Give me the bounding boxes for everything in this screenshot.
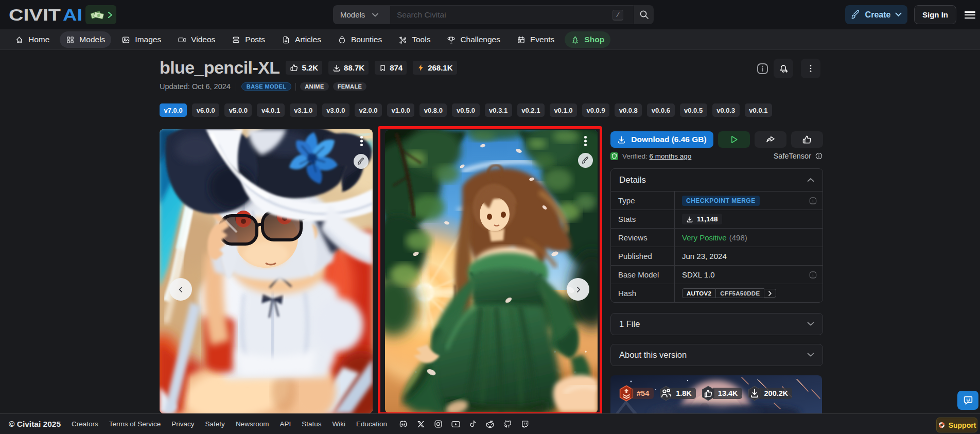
svg-text:CIVIT: CIVIT (9, 7, 61, 22)
svg-text:AI: AI (63, 7, 82, 22)
